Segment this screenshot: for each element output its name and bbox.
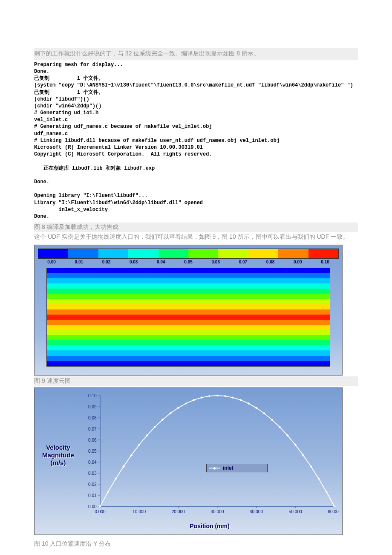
- x-axis-title: Position (mm): [35, 523, 342, 535]
- contour-scale-bar: [38, 249, 339, 259]
- svg-rect-55: [232, 396, 234, 399]
- xy-plot-figure: Velocity Magnitude (m/s) 0.000.010.020.0…: [34, 387, 343, 535]
- svg-text:40.000: 40.000: [250, 509, 263, 514]
- intro-text: 剩下的工作就没什么好说的了，与 32 位系统完全一致。编译后出现提示如图 8 所…: [34, 48, 358, 60]
- svg-text:0.06: 0.06: [88, 438, 97, 442]
- svg-text:0.000: 0.000: [95, 509, 106, 514]
- contour-area: [46, 268, 330, 367]
- svg-text:60.000: 60.000: [328, 509, 339, 514]
- contour-scale-labels: 0.000.010.020.030.040.050.060.070.080.09…: [38, 260, 339, 264]
- legend-line-icon: [209, 468, 220, 468]
- figure-9-caption: 图 9 速度云图: [34, 376, 358, 386]
- svg-text:0.00: 0.00: [88, 504, 97, 509]
- svg-text:0.07: 0.07: [88, 427, 97, 431]
- svg-text:0.08: 0.08: [88, 416, 97, 420]
- legend-label: inlet: [223, 465, 233, 471]
- paragraph-figures-9-10: 这个 UDF 实例是关于抛物线速度入口的，我们可以查看结果，如图 9，图 10 …: [34, 232, 358, 242]
- svg-rect-52: [208, 395, 211, 397]
- svg-text:0.02: 0.02: [88, 482, 97, 487]
- y-axis-title: Velocity Magnitude (m/s): [38, 391, 78, 519]
- svg-rect-56: [239, 399, 242, 401]
- svg-rect-51: [200, 396, 203, 399]
- svg-text:0.03: 0.03: [88, 471, 97, 476]
- svg-text:0.01: 0.01: [88, 493, 97, 498]
- console-output: Preparing mesh for display... Done. 已复制 …: [34, 60, 358, 222]
- svg-text:30.000: 30.000: [210, 509, 224, 514]
- figure-8-caption: 图 8 编译及加载成功，大功告成: [34, 223, 358, 232]
- svg-text:10.000: 10.000: [133, 509, 146, 514]
- svg-rect-50: [193, 399, 195, 401]
- svg-text:50.000: 50.000: [289, 509, 303, 514]
- svg-rect-54: [224, 395, 226, 397]
- svg-rect-53: [216, 394, 219, 397]
- contour-figure: 0.000.010.020.030.040.050.060.070.080.09…: [34, 245, 343, 376]
- svg-text:0.05: 0.05: [88, 449, 97, 454]
- plot-legend: inlet: [206, 464, 268, 472]
- svg-text:20.000: 20.000: [172, 509, 185, 514]
- svg-text:0.10: 0.10: [88, 393, 97, 398]
- figure-10-caption: 图 10 入口位置速度沿 Y 分布: [34, 539, 358, 549]
- plot-svg: 0.000.010.020.030.040.050.060.070.080.09…: [78, 391, 339, 519]
- svg-text:0.09: 0.09: [88, 405, 97, 409]
- svg-text:0.04: 0.04: [88, 460, 97, 465]
